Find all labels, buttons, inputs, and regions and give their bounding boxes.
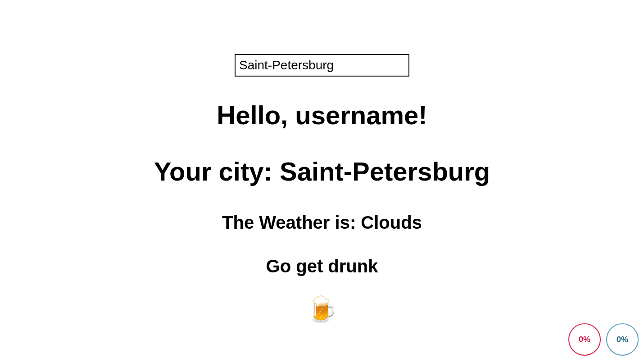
progress-circles: 0% 0% bbox=[568, 323, 639, 356]
city-name: Saint-Petersburg bbox=[280, 157, 490, 186]
city-prefix: Your city: bbox=[154, 157, 280, 186]
beer-icon: 🍺 bbox=[306, 294, 338, 324]
advice-heading: Go get drunk bbox=[266, 256, 378, 276]
progress-circle-red[interactable]: 0% bbox=[568, 323, 601, 356]
greeting-heading: Hello, username! bbox=[217, 100, 427, 130]
weather-value: Clouds bbox=[361, 213, 422, 232]
weather-heading: The Weather is: Clouds bbox=[222, 213, 422, 233]
main-container: Hello, username! Your city: Saint-Peters… bbox=[0, 0, 644, 324]
city-input[interactable] bbox=[235, 54, 409, 77]
city-heading: Your city: Saint-Petersburg bbox=[154, 156, 490, 186]
progress-circle-blue[interactable]: 0% bbox=[606, 323, 639, 356]
weather-prefix: The Weather is: bbox=[222, 213, 361, 232]
